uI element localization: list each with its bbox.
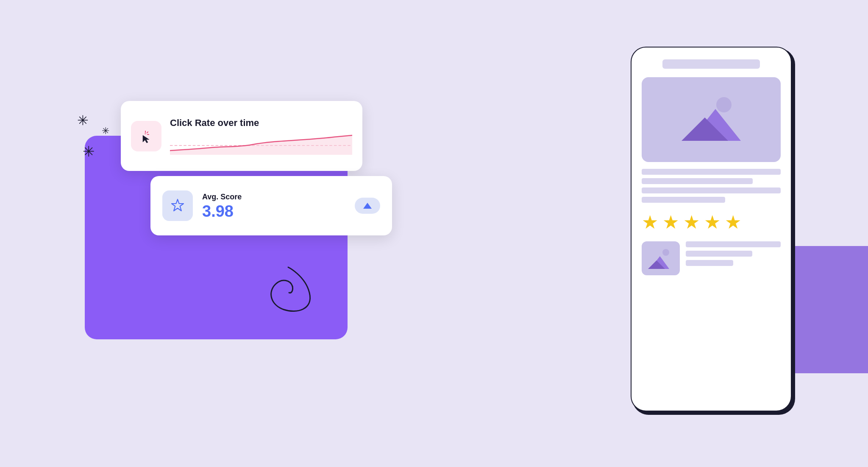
- star-1: ★: [642, 211, 658, 233]
- click-rate-chart: [170, 133, 352, 155]
- text-line-3: [642, 187, 781, 193]
- avg-score-content: Avg. Score 3.98: [202, 193, 345, 219]
- text-line-5: [686, 241, 781, 247]
- text-line-6: [686, 251, 752, 257]
- phone-mockup: ★ ★ ★ ★ ★: [631, 47, 792, 411]
- text-line-2: [642, 178, 753, 184]
- click-rate-content: Click Rate over time: [170, 117, 352, 155]
- avg-score-label: Avg. Score: [202, 193, 345, 201]
- star-decoration-1: ✳: [77, 114, 89, 127]
- avg-score-value: 3.98: [202, 203, 345, 219]
- avg-score-icon-box: [162, 190, 193, 221]
- up-trend-button[interactable]: [355, 198, 380, 214]
- phone-bottom-row: [642, 241, 781, 275]
- click-rate-icon-box: [131, 121, 161, 151]
- star-3: ★: [683, 211, 700, 233]
- phone-text-lines-2: [686, 241, 781, 266]
- svg-point-5: [716, 97, 732, 112]
- star-outline-icon: [169, 197, 186, 214]
- phone-content: ★ ★ ★ ★ ★: [632, 48, 791, 287]
- phone-stars-row: ★ ★ ★ ★ ★: [642, 210, 781, 235]
- svg-point-0: [145, 133, 146, 134]
- phone-hero-image: [642, 77, 781, 162]
- phone-thumb-image: [642, 241, 680, 275]
- text-line-4: [642, 197, 725, 203]
- text-line-7: [686, 260, 733, 266]
- up-arrow-icon: [363, 203, 372, 209]
- star-2: ★: [662, 211, 679, 233]
- click-rate-card: Click Rate over time: [121, 101, 362, 171]
- phone-text-lines-1: [642, 169, 781, 203]
- click-rate-title: Click Rate over time: [170, 117, 352, 129]
- star-5: ★: [725, 211, 741, 233]
- svg-line-2: [147, 132, 148, 133]
- cursor-icon: [138, 128, 155, 145]
- svg-point-8: [662, 249, 669, 256]
- star-4: ★: [704, 211, 721, 233]
- text-line-1: [642, 169, 781, 175]
- phone-title-placeholder: [662, 59, 760, 69]
- star-decoration-2: ✳: [102, 126, 109, 136]
- swirl-decoration: [254, 263, 322, 320]
- star-decoration-3: ✳: [83, 144, 95, 159]
- avg-score-card: Avg. Score 3.98: [150, 176, 392, 235]
